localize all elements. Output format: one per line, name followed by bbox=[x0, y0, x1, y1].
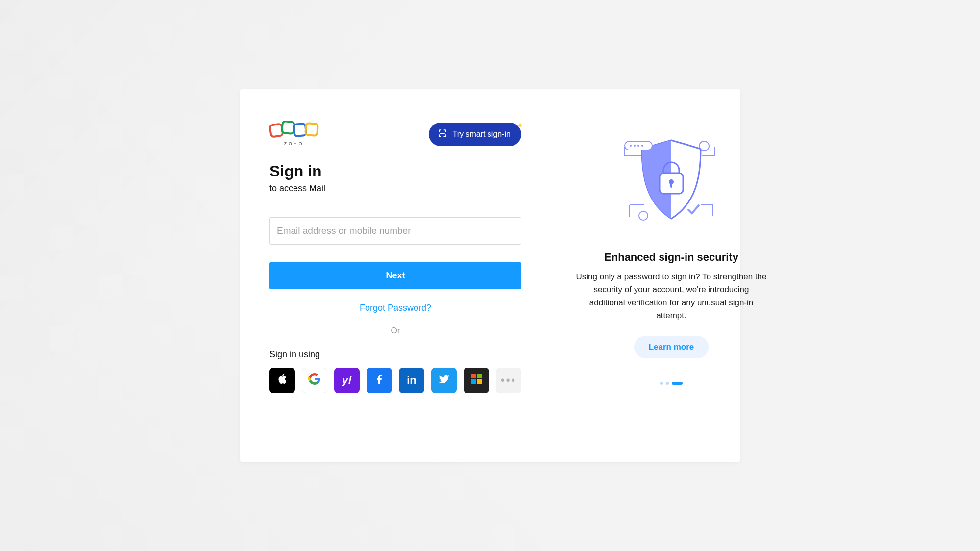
carousel-dot-0[interactable] bbox=[660, 382, 663, 385]
yahoo-icon: y! bbox=[342, 374, 352, 387]
signin-card: ZOHO Try smart sign-in ✦ Sign in to acce… bbox=[240, 89, 740, 462]
header-row: ZOHO Try smart sign-in ✦ bbox=[270, 121, 521, 148]
linkedin-icon: in bbox=[407, 374, 416, 387]
svg-point-17 bbox=[637, 145, 639, 147]
signin-more-button[interactable]: ••• bbox=[496, 368, 521, 393]
signin-using-label: Sign in using bbox=[270, 350, 521, 360]
signin-twitter-button[interactable] bbox=[431, 368, 457, 393]
carousel-dot-2[interactable] bbox=[672, 382, 683, 385]
sparkle-icon: ✦ bbox=[516, 120, 524, 131]
apple-icon bbox=[276, 373, 288, 388]
learn-more-button[interactable]: Learn more bbox=[634, 336, 709, 358]
forgot-password-link[interactable]: Forgot Password? bbox=[270, 303, 521, 313]
divider-or: Or bbox=[270, 326, 521, 336]
signin-linkedin-button[interactable]: in bbox=[399, 368, 424, 393]
try-smart-signin-label: Try smart sign-in bbox=[452, 130, 511, 139]
signin-apple-button[interactable] bbox=[270, 368, 295, 393]
page-subtitle: to access Mail bbox=[270, 183, 521, 194]
page-title: Sign in bbox=[270, 162, 521, 180]
shield-lock-illustration bbox=[615, 126, 728, 236]
signin-yahoo-button[interactable]: y! bbox=[334, 368, 360, 393]
next-button[interactable]: Next bbox=[270, 262, 521, 289]
signin-microsoft-button[interactable] bbox=[464, 368, 489, 393]
svg-rect-8 bbox=[477, 379, 482, 384]
svg-rect-6 bbox=[477, 374, 482, 378]
try-smart-signin-button[interactable]: Try smart sign-in ✦ bbox=[429, 123, 521, 146]
carousel-dot-1[interactable] bbox=[666, 382, 669, 385]
more-icon: ••• bbox=[501, 374, 516, 387]
promo-carousel-dots bbox=[660, 382, 683, 385]
svg-rect-1 bbox=[282, 121, 294, 134]
qr-icon bbox=[438, 128, 447, 140]
svg-point-10 bbox=[639, 211, 648, 220]
svg-rect-5 bbox=[471, 374, 476, 378]
svg-rect-13 bbox=[670, 182, 672, 188]
promo-title: Enhanced sign-in security bbox=[604, 251, 738, 264]
logo-text: ZOHO bbox=[284, 141, 304, 146]
svg-rect-3 bbox=[305, 123, 318, 136]
signin-google-button[interactable] bbox=[302, 368, 327, 393]
svg-rect-2 bbox=[294, 124, 306, 136]
svg-point-16 bbox=[634, 145, 636, 147]
divider-label: Or bbox=[391, 326, 400, 336]
social-signin-row: y! in ••• bbox=[270, 368, 521, 393]
microsoft-icon bbox=[471, 374, 482, 387]
promo-panel: Enhanced sign-in security Using only a p… bbox=[551, 89, 791, 462]
email-or-mobile-input[interactable] bbox=[270, 217, 521, 245]
signin-facebook-button[interactable] bbox=[367, 368, 392, 393]
google-icon bbox=[308, 373, 321, 388]
twitter-icon bbox=[438, 373, 450, 388]
svg-rect-7 bbox=[471, 379, 476, 384]
signin-form-panel: ZOHO Try smart sign-in ✦ Sign in to acce… bbox=[240, 89, 551, 462]
facebook-icon bbox=[373, 373, 386, 388]
svg-point-15 bbox=[630, 145, 632, 147]
zoho-logo: ZOHO bbox=[270, 121, 328, 148]
promo-body: Using only a password to sign in? To str… bbox=[575, 271, 768, 322]
svg-point-18 bbox=[641, 145, 643, 147]
